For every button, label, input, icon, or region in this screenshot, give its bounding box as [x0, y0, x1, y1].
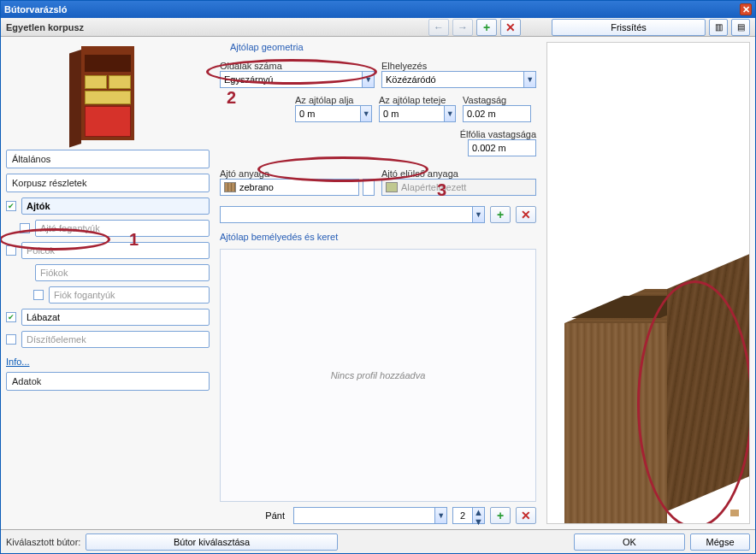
shelves-checkbox[interactable]	[6, 245, 16, 256]
plus-icon: +	[483, 21, 490, 34]
bottom-label: Az ajtólap alja	[295, 95, 372, 105]
furniture-3d-model	[564, 289, 744, 524]
edgefoil-label: Élfólia vastagsága	[434, 129, 536, 139]
profile-add-button[interactable]: +	[490, 206, 511, 223]
hinge-count-spinner[interactable]: ▲▼	[452, 507, 485, 524]
corpus-title: Egyetlen korpusz	[6, 22, 84, 32]
chevron-down-icon[interactable]: ▼	[523, 71, 536, 88]
arrow-right-icon	[458, 21, 468, 33]
sidebar-item-shelves[interactable]: Polcok	[21, 242, 210, 259]
palette-icon: ▥	[715, 22, 723, 32]
thickness-label: Vastagság	[463, 95, 531, 105]
spinner-down-icon[interactable]: ▼	[473, 517, 484, 527]
sidebar-item-decorations[interactable]: Díszítőelemek	[21, 331, 210, 348]
edgefoil-input[interactable]	[468, 139, 536, 156]
window-title: Bútorvarázsló	[4, 4, 67, 15]
sidebar-item-data[interactable]: Adatok	[6, 372, 210, 391]
sidebar-item-door-handles[interactable]: Ajtó fogantyúk	[35, 220, 210, 237]
sheet-icon: ▤	[737, 22, 745, 32]
material-swatch-icon	[224, 182, 236, 192]
top-label: Az ajtólap teteje	[379, 95, 456, 105]
front-material-picker: Alapértelmezett	[381, 179, 536, 196]
placement-combo[interactable]	[381, 71, 523, 88]
drawers-spacer	[20, 268, 30, 278]
door-material-label: Ajtó anyaga	[220, 168, 375, 179]
plinth-checkbox[interactable]: ✔	[6, 312, 16, 322]
hinge-label: Pánt	[220, 510, 288, 521]
sidebar-item-doors[interactable]: Ajtók	[21, 197, 210, 215]
sidebar-item-drawers[interactable]: Fiókok	[35, 264, 210, 281]
doors-checkbox[interactable]: ✔	[6, 201, 16, 211]
cancel-button[interactable]: Mégse	[690, 533, 750, 551]
x-icon: ✕	[521, 509, 531, 522]
pick-furniture-button[interactable]: Bútor kiválasztása	[86, 533, 337, 551]
chevron-down-icon[interactable]: ▼	[360, 105, 372, 122]
chevron-down-icon[interactable]: ▼	[444, 105, 456, 122]
refresh-button[interactable]: Frissítés	[552, 19, 706, 36]
middle-panel: Ajtólap geometria Oldalak száma ▼ Elhely…	[215, 37, 541, 529]
toolbar-extra2-button[interactable]: ▤	[731, 19, 750, 36]
footer: Kiválasztott bútor: Bútor kiválasztása O…	[1, 529, 755, 553]
thumbnail-image	[69, 46, 146, 140]
toolbar-delete-button[interactable]: ✕	[500, 19, 521, 36]
plus-icon: +	[497, 509, 504, 522]
recess-frame-group-label: Ajtólap bemélyedés és keret	[220, 232, 536, 242]
hinge-add-button[interactable]: +	[490, 507, 511, 524]
x-icon: ✕	[505, 21, 516, 34]
sidebar-item-corpus-details[interactable]: Korpusz részletek	[6, 174, 210, 192]
sides-label: Oldalak száma	[220, 61, 375, 71]
hinge-delete-button[interactable]: ✕	[516, 507, 536, 524]
material-swatch-icon	[386, 182, 398, 192]
sidebar-item-plinth[interactable]: Lábazat	[21, 309, 210, 326]
decor-checkbox[interactable]	[6, 334, 16, 345]
toolbar: Egyetlen korpusz + ✕ Frissítés ▥ ▤	[1, 18, 755, 37]
geometry-group-label: Ajtólap geometria	[230, 42, 536, 52]
toolbar-extra1-button[interactable]: ▥	[709, 19, 728, 36]
refresh-label: Frissítés	[611, 22, 647, 32]
titlebar: Bútorvarázsló ✕	[1, 1, 755, 18]
chevron-down-icon[interactable]: ▼	[434, 507, 447, 524]
profile-preview: Nincs profil hozzáadva	[220, 249, 536, 502]
plus-icon: +	[497, 208, 504, 221]
wizard-window: Bútorvarázsló ✕ Egyetlen korpusz + ✕ Fri…	[0, 0, 756, 554]
profile-list-combo[interactable]	[220, 206, 472, 223]
left-panel: Általános Korpusz részletek ✔ Ajtók Ajtó…	[1, 37, 215, 529]
preview-3d-viewport[interactable]	[546, 42, 750, 524]
selected-furniture-label: Kiválasztott bútor:	[6, 537, 80, 547]
front-material-label: Ajtó elülső anyaga	[381, 168, 536, 179]
profile-delete-button[interactable]: ✕	[516, 206, 536, 223]
profile-empty-text: Nincs profil hozzáadva	[331, 370, 426, 380]
door-material-picker[interactable]: zebrano	[220, 179, 359, 196]
sides-combo[interactable]	[220, 71, 362, 88]
hinge-count-input[interactable]	[452, 507, 473, 524]
furniture-thumbnail	[6, 42, 210, 144]
placement-label: Elhelyezés	[381, 61, 536, 71]
nav-forward-button[interactable]	[452, 19, 473, 36]
toolbar-add-button[interactable]: +	[476, 19, 497, 36]
bottom-combo[interactable]	[295, 105, 360, 122]
door-material-override-checkbox[interactable]	[363, 179, 375, 196]
thickness-input[interactable]	[463, 105, 531, 122]
info-link[interactable]: Info...	[6, 357, 30, 367]
nav-back-button[interactable]	[428, 19, 449, 36]
close-icon: ✕	[742, 4, 750, 15]
chevron-down-icon[interactable]: ▼	[472, 206, 485, 223]
drawer-handles-checkbox[interactable]	[33, 290, 44, 300]
top-combo[interactable]	[379, 105, 444, 122]
sidebar-item-general[interactable]: Általános	[6, 150, 210, 168]
ok-button[interactable]: OK	[574, 533, 685, 551]
main-area: Általános Korpusz részletek ✔ Ajtók Ajtó…	[1, 37, 755, 529]
sidebar-item-drawer-handles[interactable]: Fiók fogantyúk	[49, 286, 210, 304]
window-close-button[interactable]: ✕	[740, 3, 752, 15]
right-panel	[541, 37, 755, 529]
door-handles-checkbox[interactable]	[20, 223, 30, 233]
arrow-left-icon	[434, 21, 444, 33]
hinge-combo[interactable]	[293, 507, 434, 524]
x-icon: ✕	[521, 208, 531, 221]
chevron-down-icon[interactable]: ▼	[362, 71, 375, 88]
